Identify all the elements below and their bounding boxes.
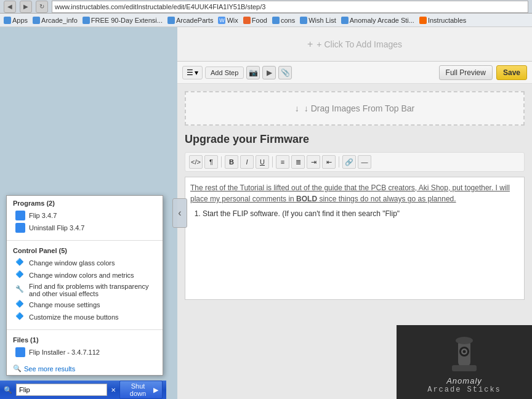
fmt-separator-1 (221, 156, 222, 167)
control-panel-section-title: Control Panel (5) (13, 247, 156, 254)
cp-change-colors[interactable]: 🔷 Change window colors and metrics (13, 269, 156, 281)
ordered-list-button[interactable]: ≣ (291, 155, 305, 169)
bookmark-arcadeparts[interactable]: ArcadeParts (167, 17, 214, 24)
anomaly-text-block: Anomaly Arcade Sticks (427, 376, 501, 394)
bookmark-icon (4, 17, 11, 24)
hr-button[interactable]: — (358, 155, 371, 169)
formatting-toolbar: </> ¶ B I U ≡ ≣ ⇥ ⇤ 🔗 — (185, 152, 525, 172)
full-preview-button[interactable]: Full Preview (439, 65, 493, 80)
bookmark-icon (419, 17, 427, 24)
cp-mouse-settings[interactable]: 🔷 Change mouse settings (13, 299, 156, 311)
editor-area: + + Click To Add Images ☰ ▾ Add Step 📷 (177, 27, 532, 399)
toolbar-right: Full Preview Save (439, 65, 527, 80)
fmt-separator-2 (272, 156, 273, 167)
bookmark-cons[interactable]: cons (272, 17, 295, 24)
cp-mouse-icon: 🔷 (15, 300, 25, 310)
programs-section-title: Programs (2) (13, 200, 156, 207)
cp-find-fix[interactable]: 🔧 Find and fix problems with transparenc… (13, 281, 156, 299)
dropdown-arrow: ▾ (195, 68, 198, 77)
bookmark-food[interactable]: Food (243, 17, 267, 24)
editor-list: Start the FLIP software. (If you can't f… (203, 208, 519, 219)
outdent-button[interactable]: ⇤ (322, 155, 336, 169)
bookmark-icon: W (218, 17, 225, 24)
bookmark-icon (300, 17, 307, 24)
program-uninstall-flip[interactable]: Uninstall Flip 3.4.7 (13, 222, 156, 234)
link-button[interactable]: 🔗 (342, 155, 356, 169)
step-title[interactable]: Upgrade your Firmware (185, 133, 525, 146)
uninstall-icon (15, 223, 25, 233)
video-button[interactable]: ▶ (262, 66, 276, 79)
start-menu: Programs (2) Flip 3.4.7 Uninstall Flip 3… (6, 195, 163, 376)
forward-button[interactable]: ▶ (20, 1, 32, 13)
program-flip[interactable]: Flip 3.4.7 (13, 209, 156, 222)
drag-images-area[interactable]: ↓ ↓ Drag Images From Top Bar (185, 91, 525, 126)
search-glass-icon: 🔍 (4, 386, 12, 394)
fmt-separator-3 (339, 156, 339, 167)
add-step-button[interactable]: Add Step (205, 66, 244, 79)
paperclip-icon: 📎 (281, 68, 290, 77)
add-images-button[interactable]: + + Click To Add Images (307, 39, 402, 50)
list-style-dropdown[interactable]: ☰ ▾ (182, 66, 203, 79)
bookmark-anomaly[interactable]: Anomaly Arcade Sti... (341, 17, 414, 24)
editor-toolbar: ☰ ▾ Add Step 📷 ▶ 📎 (177, 62, 532, 84)
editor-text-content[interactable]: The rest of the Tutorial is lifted out o… (185, 177, 525, 300)
svg-rect-5 (452, 365, 477, 371)
shutdown-button[interactable]: Shut down ▶ (119, 381, 163, 399)
files-section: Files (1) Flip Installer - 3.4.7.112 (7, 332, 163, 362)
taskbar-search-input[interactable] (16, 384, 107, 396)
video-icon: ▶ (267, 68, 272, 77)
taskbar: 🔍 ✕ Shut down ▶ (0, 381, 166, 399)
anomaly-logo: Anomaly Arcade Sticks (397, 325, 532, 399)
cp-change-glass[interactable]: 🔷 Change window glass colors (13, 257, 156, 269)
back-button[interactable]: ◀ (4, 1, 16, 13)
bookmark-apps[interactable]: Apps (4, 17, 28, 24)
code-format-button[interactable]: </> (189, 155, 203, 169)
files-section-title: Files (1) (13, 336, 156, 344)
files-divider (7, 329, 163, 330)
paragraph-button[interactable]: ¶ (204, 155, 218, 169)
bookmark-icon (341, 17, 349, 24)
anomaly-name: Anomaly (427, 376, 501, 385)
camera-button[interactable]: 📷 (246, 66, 260, 79)
browser-content: Programs (2) Flip 3.4.7 Uninstall Flip 3… (0, 27, 532, 399)
indent-button[interactable]: ⇥ (307, 155, 320, 169)
refresh-button[interactable]: ↻ (36, 1, 48, 13)
file-icon (15, 347, 25, 357)
address-bar[interactable]: www.instructables.com/editInstructable/e… (52, 1, 528, 13)
list-icon: ☰ (187, 68, 193, 77)
unordered-list-button[interactable]: ≡ (276, 155, 289, 169)
programs-section: Programs (2) Flip 3.4.7 Uninstall Flip 3… (7, 196, 163, 238)
cp-fix-icon: 🔧 (15, 285, 25, 295)
bookmark-icon (167, 17, 175, 24)
bookmark-arcade-info[interactable]: Arcade_info (33, 17, 78, 24)
save-button[interactable]: Save (496, 65, 527, 80)
browser-frame: ◀ ▶ ↻ www.instructables.com/editInstruct… (0, 0, 532, 399)
attachment-button[interactable]: 📎 (278, 66, 292, 79)
bookmark-icon (243, 17, 251, 24)
anomaly-logo-svg (440, 333, 489, 376)
list-item-1: Start the FLIP software. (If you can't f… (203, 208, 519, 219)
arrow-down-icon: ↓ (295, 103, 299, 113)
nav-collapse-arrow[interactable]: ‹ (172, 198, 187, 228)
see-more-results[interactable]: 🔍 See more results (7, 362, 163, 375)
left-sidebar: Programs (2) Flip 3.4.7 Uninstall Flip 3… (0, 27, 177, 399)
toolbar-left: ☰ ▾ Add Step 📷 ▶ 📎 (182, 66, 435, 79)
bookmark-wishlist[interactable]: Wish List (300, 17, 336, 24)
bookmark-wix[interactable]: W Wix (218, 17, 238, 24)
clear-search-icon[interactable]: ✕ (111, 387, 116, 393)
bold-span: BOLD (296, 195, 317, 203)
image-upload-bar[interactable]: + + Click To Add Images (177, 27, 532, 62)
cp-colors-icon: 🔷 (15, 270, 25, 280)
anomaly-subtitle: Arcade Sticks (427, 385, 501, 394)
bold-button[interactable]: B (225, 155, 238, 169)
bookmark-free-90day[interactable]: FREE 90-Day Extensi... (83, 17, 163, 24)
bookmark-icon (272, 17, 280, 24)
italic-button[interactable]: I (240, 155, 254, 169)
cp-customize-mouse[interactable]: 🔷 Customize the mouse buttons (13, 311, 156, 323)
body-text-p1: The rest of the Tutorial is lifted out o… (190, 182, 519, 204)
bookmark-instructables[interactable]: Instructables (419, 17, 466, 24)
file-flip-installer[interactable]: Flip Installer - 3.4.7.112 (13, 346, 156, 358)
bookmark-icon (83, 17, 90, 24)
underline-button[interactable]: U (256, 155, 269, 169)
control-panel-section: Control Panel (5) 🔷 Change window glass … (7, 243, 163, 327)
